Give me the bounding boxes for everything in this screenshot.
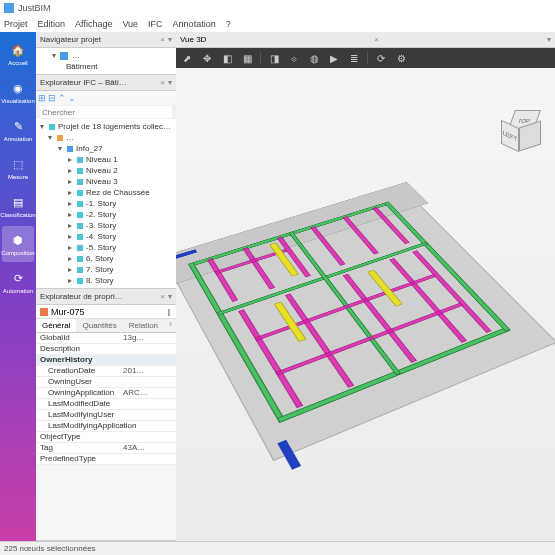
- object-name: Mur-075: [51, 307, 85, 317]
- cursor-icon[interactable]: ⬈: [180, 51, 194, 65]
- tree-root[interactable]: ▾Projet de 18 logements collec…: [36, 121, 176, 132]
- prop-row[interactable]: GlobalId13g…: [36, 333, 176, 344]
- prop-row[interactable]: OwningUser: [36, 377, 176, 388]
- tree-node[interactable]: ▸6. Story: [36, 253, 176, 264]
- tree-node[interactable]: ▸Niveau 2: [36, 165, 176, 176]
- expand-icon[interactable]: ⊞: [38, 93, 46, 103]
- status-bar: 225 nœuds sélectionnées: [0, 541, 555, 555]
- sidebar-item-automation[interactable]: ⟳Automation: [2, 264, 34, 300]
- chevron-icon[interactable]: ▾: [547, 35, 551, 44]
- up-icon[interactable]: ⌃: [58, 93, 66, 103]
- sidebar-item-visualisation[interactable]: ◉Visualisation: [2, 74, 34, 110]
- navigator-item[interactable]: Bâtiment: [40, 61, 172, 72]
- prop-group[interactable]: OwnerHistory: [36, 355, 176, 366]
- properties-panel: Explorateur de propri… × ▾ Mur-075 ⫿ Gén…: [36, 289, 176, 541]
- sidebar-item-mesure[interactable]: ⬚Mesure: [2, 150, 34, 186]
- hide-icon[interactable]: ◍: [307, 51, 321, 65]
- navigator-title: Navigateur projet: [40, 35, 101, 44]
- prop-row[interactable]: ObjectType: [36, 432, 176, 443]
- tab-general[interactable]: Général: [36, 319, 76, 332]
- properties-title: Explorateur de propri…: [40, 292, 123, 301]
- pencil-icon: ✎: [10, 119, 26, 135]
- navigation-cube[interactable]: TOP LEFT: [501, 110, 545, 154]
- left-panels: Navigateur projet × ▾ ▾ … Bâtiment: [36, 32, 176, 541]
- sidebar-item-composition[interactable]: ⬢Composition: [2, 226, 34, 262]
- tree-node[interactable]: ▾Info_27: [36, 143, 176, 154]
- sidebar-item-classification[interactable]: ▤Classification: [2, 188, 34, 224]
- navigator-item-label: Bâtiment: [66, 62, 98, 71]
- menu-edition[interactable]: Edition: [38, 19, 66, 29]
- measure-icon[interactable]: ⟐: [287, 51, 301, 65]
- tree-node[interactable]: ▸Niveau 1: [36, 154, 176, 165]
- tree-node[interactable]: ▸-1. Story: [36, 198, 176, 209]
- measure-icon: ⬚: [10, 157, 26, 173]
- search-input[interactable]: [40, 106, 172, 118]
- sidebar-item-accueil[interactable]: 🏠Accueil: [2, 36, 34, 72]
- menu-bar: Projet Edition Affichage Vue IFC Annotat…: [0, 16, 555, 32]
- canvas-3d[interactable]: TOP LEFT: [176, 68, 555, 541]
- view3d-toolbar: ⬈ ✥ ◧ ▦ ◨ ⟐ ◍ ▶ ≣ ⟳ ⚙: [176, 48, 555, 68]
- property-table: GlobalId13g… Description OwnerHistory Cr…: [36, 333, 176, 465]
- tree-node[interactable]: ▾…: [36, 132, 176, 143]
- chevron-icon[interactable]: ▾: [168, 292, 172, 301]
- close-icon[interactable]: ×: [160, 78, 165, 87]
- close-icon[interactable]: ×: [374, 35, 379, 44]
- prop-row[interactable]: OwningApplicationARC…: [36, 388, 176, 399]
- down-icon[interactable]: ⌄: [68, 93, 76, 103]
- sidebar-label: Classification: [0, 212, 35, 218]
- navigator-header: Navigateur projet × ▾: [36, 32, 176, 48]
- app-title: JustBIM: [18, 3, 51, 13]
- viewport-3d[interactable]: Vue 3D × ▾ ⬈ ✥ ◧ ▦ ◨ ⟐ ◍ ▶ ≣ ⟳ ⚙: [176, 32, 555, 541]
- chevron-icon[interactable]: ▾: [168, 78, 172, 87]
- tree-node[interactable]: ▸-5. Story: [36, 242, 176, 253]
- prop-row[interactable]: LastModifiedDate: [36, 399, 176, 410]
- refresh-icon[interactable]: ⟳: [374, 51, 388, 65]
- tree-node[interactable]: ▸Rez de Chaussée: [36, 187, 176, 198]
- tab-quantites[interactable]: Quantités: [76, 319, 122, 332]
- play-icon[interactable]: ▶: [327, 51, 341, 65]
- tree-node[interactable]: ▸Niveau 3: [36, 176, 176, 187]
- menu-affichage[interactable]: Affichage: [75, 19, 112, 29]
- menu-vue[interactable]: Vue: [122, 19, 138, 29]
- cube-icon[interactable]: ◧: [220, 51, 234, 65]
- view3d-title: Vue 3D: [180, 35, 206, 44]
- tree-node[interactable]: ▸-4. Story: [36, 231, 176, 242]
- prop-row[interactable]: LastModifyingApplication: [36, 421, 176, 432]
- sidebar-label: Automation: [3, 288, 33, 294]
- close-icon[interactable]: ×: [160, 292, 165, 301]
- menu-ifc[interactable]: IFC: [148, 19, 163, 29]
- title-bar: JustBIM: [0, 0, 555, 16]
- section-icon[interactable]: ◨: [267, 51, 281, 65]
- menu-projet[interactable]: Projet: [4, 19, 28, 29]
- layers-icon[interactable]: ≣: [347, 51, 361, 65]
- tree-node[interactable]: ▸7. Story: [36, 264, 176, 275]
- chevron-right-icon[interactable]: ›: [165, 319, 176, 332]
- prop-row[interactable]: PredefinedType: [36, 454, 176, 465]
- close-icon[interactable]: ×: [160, 35, 165, 44]
- sidebar-item-annotation[interactable]: ✎Annotation: [2, 112, 34, 148]
- prop-row[interactable]: CreationDate201…: [36, 366, 176, 377]
- filter-icon[interactable]: ⫿: [167, 307, 172, 317]
- navigator-root[interactable]: ▾ …: [40, 50, 172, 61]
- chevron-icon[interactable]: ▾: [168, 35, 172, 44]
- project-icon: [60, 52, 68, 60]
- tree-node[interactable]: ▸-2. Story: [36, 209, 176, 220]
- menu-annotation[interactable]: Annotation: [173, 19, 216, 29]
- tree-node[interactable]: ▸8. Story: [36, 275, 176, 286]
- left-sidebar: 🏠Accueil ◉Visualisation ✎Annotation ⬚Mes…: [0, 32, 36, 541]
- list-icon: ▤: [10, 195, 26, 211]
- pan-icon[interactable]: ✥: [200, 51, 214, 65]
- explorer-panel: Explorateur IFC – Bâti… × ▾ ⊞ ⊟ ⌃ ⌄ ▾Pro…: [36, 75, 176, 289]
- tree-node[interactable]: ▸-3. Story: [36, 220, 176, 231]
- sidebar-label: Annotation: [4, 136, 33, 142]
- tab-relation[interactable]: Relation: [123, 319, 164, 332]
- prop-row[interactable]: Description: [36, 344, 176, 355]
- gear-icon: ⟳: [10, 271, 26, 287]
- prop-row[interactable]: LastModifyingUser: [36, 410, 176, 421]
- prop-row[interactable]: Tag43A…: [36, 443, 176, 454]
- status-text: 225 nœuds sélectionnées: [4, 544, 96, 553]
- collapse-icon[interactable]: ⊟: [48, 93, 56, 103]
- wire-icon[interactable]: ▦: [240, 51, 254, 65]
- menu-help[interactable]: ?: [226, 19, 231, 29]
- gear-icon[interactable]: ⚙: [394, 51, 408, 65]
